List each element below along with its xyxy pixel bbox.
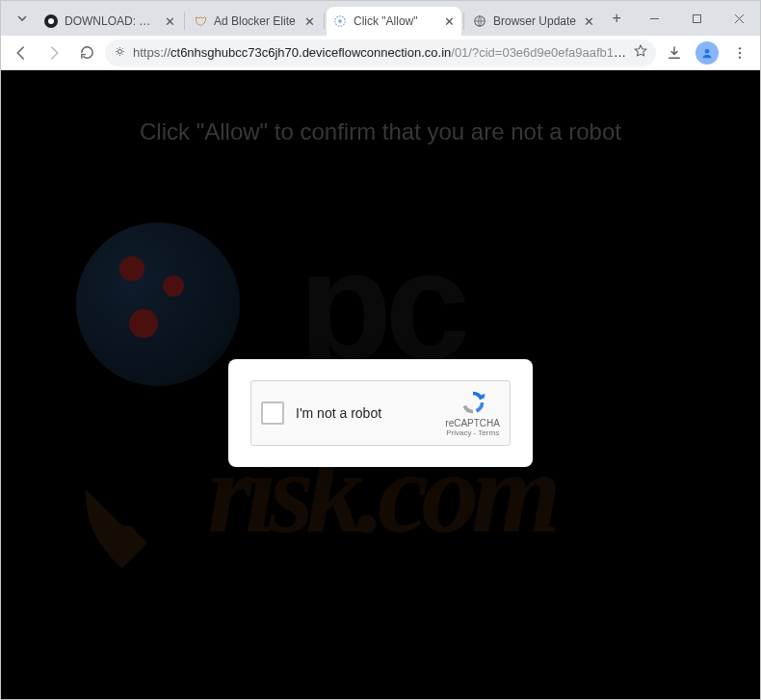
page-viewport: Click "Allow" to confirm that you are no… bbox=[1, 70, 760, 699]
window-controls bbox=[633, 1, 760, 36]
window-minimize-button[interactable] bbox=[633, 1, 675, 36]
tab-download[interactable]: DOWNLOAD: The Day ✕ bbox=[38, 7, 182, 36]
tab-scroll-chevron[interactable] bbox=[11, 7, 34, 30]
tab-close-button[interactable]: ✕ bbox=[582, 14, 595, 28]
tab-close-button[interactable]: ✕ bbox=[442, 14, 456, 28]
page-headline: Click "Allow" to confirm that you are no… bbox=[1, 118, 760, 145]
profile-button[interactable] bbox=[693, 39, 722, 67]
avatar-icon bbox=[695, 41, 719, 65]
recaptcha-branding: reCAPTCHA Privacy - Terms bbox=[445, 389, 500, 437]
recaptcha-widget: I'm not a robot reCAPTCHA Privacy - Term… bbox=[250, 380, 511, 446]
tab-close-button[interactable]: ✕ bbox=[163, 14, 176, 28]
window-maximize-button[interactable] bbox=[675, 1, 718, 36]
recaptcha-label: I'm not a robot bbox=[296, 405, 381, 421]
tab-strip: DOWNLOAD: The Day ✕ 🛡 Ad Blocker Elite ✕… bbox=[1, 1, 760, 36]
browser-window: DOWNLOAD: The Day ✕ 🛡 Ad Blocker Elite ✕… bbox=[0, 0, 761, 700]
svg-point-8 bbox=[739, 56, 741, 58]
tab-separator bbox=[463, 13, 464, 30]
favicon-gear-icon bbox=[332, 13, 348, 29]
reload-button[interactable] bbox=[72, 39, 101, 67]
tab-adblocker[interactable]: 🛡 Ad Blocker Elite ✕ bbox=[187, 7, 322, 36]
bookmark-star-icon[interactable] bbox=[633, 43, 648, 62]
downloads-button[interactable] bbox=[660, 39, 689, 67]
tab-title: Browser Update bbox=[493, 14, 576, 28]
tab-title: Ad Blocker Elite bbox=[214, 14, 297, 28]
tab-browser-update[interactable]: Browser Update ✕ bbox=[466, 7, 601, 36]
recaptcha-logo-icon bbox=[459, 389, 486, 416]
tab-separator bbox=[184, 13, 185, 30]
tab-click-allow[interactable]: Click "Allow" ✕ bbox=[327, 7, 461, 36]
svg-point-6 bbox=[739, 47, 741, 49]
tab-title: DOWNLOAD: The Day bbox=[65, 14, 157, 28]
toolbar: https://ct6nhsghubcc73c6jh70.deviceflowc… bbox=[1, 36, 760, 70]
site-info-icon[interactable] bbox=[113, 44, 127, 62]
svg-point-7 bbox=[739, 51, 741, 53]
svg-point-1 bbox=[338, 19, 342, 23]
favicon-circle-icon bbox=[43, 13, 59, 29]
tab-title: Click "Allow" bbox=[354, 14, 436, 28]
svg-rect-3 bbox=[693, 14, 700, 22]
svg-point-5 bbox=[705, 48, 710, 53]
address-bar[interactable]: https://ct6nhsghubcc73c6jh70.deviceflowc… bbox=[105, 39, 656, 66]
svg-point-4 bbox=[118, 49, 122, 53]
tab-separator bbox=[324, 13, 325, 30]
favicon-shield-icon: 🛡 bbox=[193, 13, 208, 29]
new-tab-button[interactable]: + bbox=[605, 7, 628, 30]
url-text: https://ct6nhsghubcc73c6jh70.deviceflowc… bbox=[133, 45, 627, 60]
recaptcha-card: I'm not a robot reCAPTCHA Privacy - Term… bbox=[228, 359, 533, 467]
forward-button[interactable] bbox=[39, 39, 68, 67]
menu-button[interactable] bbox=[725, 39, 754, 67]
recaptcha-legal-links[interactable]: Privacy - Terms bbox=[446, 428, 499, 437]
tab-close-button[interactable]: ✕ bbox=[302, 14, 316, 28]
favicon-globe-icon bbox=[472, 13, 487, 29]
window-close-button[interactable] bbox=[718, 1, 760, 36]
recaptcha-checkbox[interactable] bbox=[261, 402, 284, 425]
back-button[interactable] bbox=[7, 39, 36, 67]
